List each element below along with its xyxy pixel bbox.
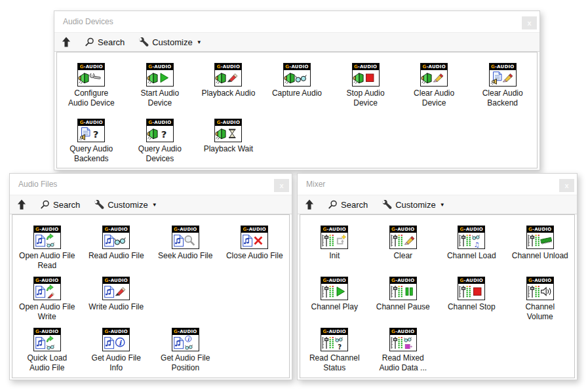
palette-item-capture-audio[interactable]: G-AUDIO Capture Audio: [263, 63, 332, 98]
close-button[interactable]: x: [522, 16, 537, 29]
customize-button[interactable]: Customize ▼: [382, 200, 444, 210]
palette-item-configure-audio-device[interactable]: G-AUDIO ConfigureAudio Device: [57, 63, 126, 108]
palette-item-label: Query AudioDevices: [138, 144, 182, 164]
vi-icon: G-AUDIO: [389, 277, 417, 300]
vi-icon-banner: G-AUDIO: [78, 64, 104, 70]
palette-toolbar: Search Customize ▼: [54, 32, 539, 52]
palette-item-open-audio-file-write[interactable]: G-AUDIO Open Audio FileWrite: [12, 277, 82, 322]
close-button[interactable]: x: [559, 179, 574, 192]
title-bar[interactable]: Mixer x: [298, 174, 577, 195]
palette-item-close-audio-file[interactable]: G-AUDIO Close Audio File: [220, 225, 290, 261]
palette-item-open-audio-file-read[interactable]: G-AUDIO Open Audio FileRead: [12, 225, 82, 271]
vi-icon-art: [284, 70, 310, 86]
vi-icon-art: [458, 284, 484, 300]
palette-item-channel-pause[interactable]: G-AUDIO Channel Pause: [369, 277, 438, 312]
palette-item-label: ConfigureAudio Device: [68, 88, 115, 108]
palette-item-clear[interactable]: G-AUDIO Clear: [369, 225, 438, 261]
palette-item-get-audio-file-position[interactable]: G-AUDIO iGet Audio FilePosition: [151, 328, 220, 373]
palette-item-channel-stop[interactable]: G-AUDIO Channel Stop: [437, 277, 506, 312]
window-title: Audio Devices: [63, 17, 113, 26]
vi-icon-art: [490, 70, 516, 86]
vi-icon-art: [34, 335, 60, 351]
vi-icon-banner: G-AUDIO: [241, 226, 267, 233]
palette-item-channel-load[interactable]: G-AUDIO ♫Channel Load: [437, 225, 506, 261]
palette-row: G-AUDIO Channel PlayG-AUDIO Channel Paus…: [300, 277, 574, 328]
search-label: Search: [98, 37, 125, 47]
palette-item-clear-audio-device[interactable]: G-AUDIO Clear AudioDevice: [400, 63, 469, 108]
vi-icon-art: [390, 284, 416, 300]
vi-icon: G-AUDIO: [458, 277, 485, 300]
search-icon: [328, 200, 338, 210]
up-arrow-icon: [305, 199, 314, 210]
vi-icon: G-AUDIO: [33, 225, 61, 249]
palette-row: G-AUDIO InitG-AUDIO ClearG-AUDIO: [300, 225, 574, 277]
palette-item-label: Clear: [393, 251, 412, 261]
search-button[interactable]: Search: [40, 200, 80, 210]
title-bar[interactable]: Audio Files x: [10, 174, 292, 195]
vi-icon-banner: G-AUDIO: [390, 328, 416, 335]
vi-icon-art: [215, 126, 241, 142]
vi-icon: G-AUDIO: [321, 225, 348, 249]
up-level-button[interactable]: [62, 37, 71, 47]
vi-icon: G-AUDIO: [102, 277, 130, 300]
vi-icon: G-AUDIO: [526, 277, 554, 300]
vi-icon-art: [147, 70, 173, 86]
palette-item-get-audio-file-info[interactable]: G-AUDIO iGet Audio FileInfo: [82, 328, 151, 373]
palette-item-label: Close Audio File: [226, 251, 283, 261]
palette-item-read-audio-file[interactable]: G-AUDIO Read Audio File: [82, 225, 151, 261]
palette-item-write-audio-file[interactable]: G-AUDIO Write Audio File: [82, 277, 151, 312]
search-label: Search: [341, 200, 368, 210]
vi-icon-art: ?: [321, 335, 347, 351]
vi-icon-banner: G-AUDIO: [321, 277, 347, 284]
search-label: Search: [53, 200, 80, 210]
palette-item-start-audio-device[interactable]: G-AUDIO Start AudioDevice: [126, 63, 195, 108]
vi-icon: G-AUDIO: [352, 63, 380, 87]
palette-item-read-mixed-audio-data[interactable]: G-AUDIO Read MixedAudio Data ...: [369, 328, 438, 373]
palette-item-read-channel-status[interactable]: G-AUDIO ?Read ChannelStatus: [300, 328, 369, 373]
vi-icon-art: [321, 284, 347, 300]
vi-icon: G-AUDIO i: [102, 328, 130, 351]
palette-item-stop-audio-device[interactable]: G-AUDIO Stop AudioDevice: [331, 63, 400, 108]
palette-item-clear-audio-backend[interactable]: G-AUDIO Clear AudioBackend: [468, 63, 537, 108]
customize-button[interactable]: Customize ▼: [94, 200, 157, 210]
vi-icon-banner: G-AUDIO: [147, 119, 173, 126]
palette-item-init[interactable]: G-AUDIO Init: [300, 225, 369, 261]
search-button[interactable]: Search: [85, 37, 125, 47]
vi-icon-art: [527, 233, 553, 248]
customize-label: Customize: [395, 200, 435, 210]
palette-item-label: Seek Audio File: [158, 251, 212, 261]
vi-icon-art: [421, 70, 447, 86]
close-button[interactable]: x: [274, 179, 289, 192]
palette-item-label: Playback Wait: [204, 144, 254, 154]
palette-item-quick-load-audio-file[interactable]: G-AUDIO Quick LoadAudio File: [12, 328, 82, 373]
palette-item-label: Read MixedAudio Data ...: [379, 353, 427, 373]
up-level-button[interactable]: [17, 199, 26, 210]
vi-icon-art: [103, 233, 129, 248]
palette-item-channel-unload[interactable]: G-AUDIO Channel Unload: [506, 225, 575, 261]
palette-row: G-AUDIO ConfigureAudio DeviceG-AUDIO Sta…: [57, 63, 537, 119]
title-bar[interactable]: Audio Devices x: [54, 11, 539, 32]
customize-button[interactable]: Customize ▼: [138, 37, 201, 47]
palette-item-query-audio-backends[interactable]: G-AUDIO ?Query AudioBackends: [57, 119, 126, 164]
palette-window-audio-files: Audio Files x Search Customize ▼ G-AUDIO…: [9, 173, 292, 380]
palette-item-label: Clear AudioBackend: [482, 88, 523, 108]
palette-item-label: Stop AudioDevice: [347, 88, 385, 108]
palette-item-playback-audio[interactable]: G-AUDIO Playback Audio: [194, 63, 263, 98]
search-button[interactable]: Search: [328, 200, 368, 210]
palette-item-label: Init: [329, 251, 340, 261]
vi-icon-banner: G-AUDIO: [458, 226, 484, 233]
vi-icon-art: ?: [147, 126, 173, 142]
vi-icon-art: [390, 335, 416, 351]
palette-item-label: Channel Load: [447, 251, 496, 261]
palette-row: G-AUDIO Open Audio FileWriteG-AUDIO Writ…: [12, 277, 289, 328]
palette-item-seek-audio-file[interactable]: G-AUDIO Seek Audio File: [151, 225, 220, 261]
palette-item-playback-wait[interactable]: G-AUDIO Playback Wait: [194, 119, 263, 154]
palette-item-channel-volume[interactable]: G-AUDIO ChannelVolume: [506, 277, 575, 322]
window-title: Audio Files: [18, 180, 57, 189]
wrench-icon: [94, 200, 104, 210]
palette-toolbar: Search Customize ▼: [10, 195, 292, 214]
vi-icon: G-AUDIO: [214, 119, 242, 142]
palette-item-channel-play[interactable]: G-AUDIO Channel Play: [300, 277, 369, 312]
up-level-button[interactable]: [305, 199, 314, 210]
palette-item-query-audio-devices[interactable]: G-AUDIO ?Query AudioDevices: [126, 119, 195, 164]
